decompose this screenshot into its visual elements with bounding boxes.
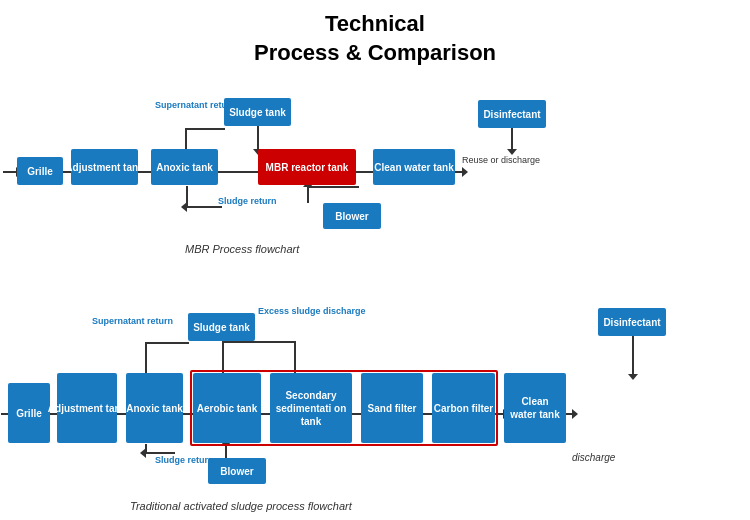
anoxic-tank-mbr: Anoxic tank: [151, 149, 218, 185]
arrow-clean-discharge-trad: [565, 413, 573, 415]
arrow-entry-mbr: [3, 171, 17, 173]
arrow-trad-sludge-h: [145, 342, 189, 344]
arrow-anox-mbr: [217, 171, 260, 173]
carbon-filter: Carbon filter: [432, 373, 495, 443]
arrow-anox-sludge-h: [185, 128, 225, 130]
sludge-tank-trad: Sludge tank: [188, 313, 255, 341]
arrow-mbr-clean: [355, 171, 375, 173]
arrow-carbon-clean-trad: [494, 413, 504, 415]
secondary-sed-tank: Secondary sedimentati on tank: [270, 373, 352, 443]
arrow-sludge-down: [257, 126, 259, 150]
arrow-trad-sludge-down: [222, 341, 224, 375]
supernatant-return-mbr: Supernatant return: [155, 100, 236, 110]
arrow-anox-up: [185, 128, 187, 150]
disinfectant-mbr: Disinfectant: [478, 100, 546, 128]
adjustment-tank-mbr: Adjustment tank: [71, 149, 138, 185]
arrow-excess-sludge-h: [222, 341, 295, 343]
sludge-return-mbr: Sludge return: [218, 196, 277, 206]
adjustment-tank-trad: Adjustment tank: [57, 373, 117, 443]
grille-trad: Grille: [8, 383, 50, 443]
arrow-sludge-return-left: [186, 206, 222, 208]
clean-water-tank-trad: Clean water tank: [504, 373, 566, 443]
arrow-disinfect-down: [511, 128, 513, 150]
arrow-sludge-return-trad: [145, 452, 175, 454]
grille-mbr: Grille: [17, 157, 63, 185]
arrow-clean-reuse: [455, 171, 463, 173]
arrow-excess-sludge: [294, 341, 296, 375]
supernatant-return-trad: Supernatant return: [92, 316, 173, 326]
page-title: Technical Process & Comparison: [0, 0, 750, 67]
arrow-disinfect-down-trad: [632, 336, 634, 375]
sand-filter: Sand filter: [361, 373, 423, 443]
traditional-caption: Traditional activated sludge process flo…: [130, 500, 352, 512]
clean-water-tank-mbr: Clean water tank: [373, 149, 455, 185]
reuse-discharge-mbr: Reuse or discharge: [462, 155, 542, 166]
discharge-label: discharge: [572, 452, 615, 463]
arrow-blower-h: [307, 186, 359, 188]
blower-mbr: Blower: [323, 203, 381, 229]
arrow-blower-up: [307, 186, 309, 203]
sludge-return-trad: Sludge return: [155, 455, 214, 465]
blower-trad: Blower: [208, 458, 266, 484]
arrow-blower-up-trad: [225, 444, 227, 458]
arrow-sludge-return-v-trad: [145, 444, 147, 454]
excess-sludge-discharge: Excess sludge discharge: [258, 306, 366, 316]
aerobic-tank-trad: Aerobic tank: [193, 373, 261, 443]
mbr-reactor-tank: MBR reactor tank: [258, 149, 356, 185]
disinfectant-trad: Disinfectant: [598, 308, 666, 336]
arrow-trad-sludge-up: [145, 343, 147, 375]
anoxic-tank-trad: Anoxic tank: [126, 373, 183, 443]
mbr-caption: MBR Process flowchart: [185, 243, 299, 255]
arrow-sludge-return-v: [186, 186, 188, 208]
